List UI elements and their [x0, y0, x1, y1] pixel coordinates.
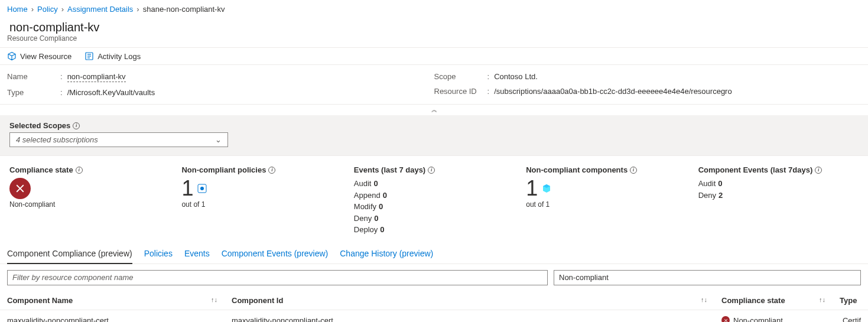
collapse-toggle[interactable]: ︽	[0, 105, 868, 115]
tab-component-compliance[interactable]: Component Compliance (preview)	[7, 244, 132, 264]
event-deny-val: 0	[374, 213, 378, 225]
view-resource-button[interactable]: View Resource	[7, 51, 71, 61]
page-title: non-compliant-kv	[7, 21, 861, 34]
stat-policies-title: Non-compliant policies	[181, 165, 266, 174]
event-modify-label: Modify	[354, 201, 376, 213]
chevron-down-icon: ⌄	[215, 135, 222, 144]
stat-components-title: Non-compliant components	[526, 165, 628, 174]
log-icon	[84, 51, 94, 61]
stat-comp-events: Component Events (last 7days) Audit 0 De…	[698, 165, 859, 236]
stat-components-sub: out of 1	[526, 200, 686, 209]
event-deny-label: Deny	[354, 213, 372, 225]
scopes-dropdown[interactable]: 4 selected subscriptions ⌄	[9, 132, 228, 147]
prop-scope-label: Scope	[434, 72, 487, 81]
event-deploy-label: Deploy	[354, 224, 378, 236]
stat-compevents-title: Component Events (last 7days)	[698, 165, 813, 174]
info-icon[interactable]	[630, 167, 637, 174]
event-deploy-val: 0	[380, 224, 384, 236]
event-audit-val: 0	[373, 178, 378, 190]
compevent-deny-val: 2	[719, 190, 723, 201]
stat-compliance-value: Non-compliant	[9, 200, 170, 209]
scopes-dropdown-value: 4 selected subscriptions	[16, 135, 98, 144]
breadcrumb-current: shane-non-compliant-kv	[143, 5, 225, 14]
stat-policies-sub: out of 1	[181, 200, 342, 209]
tab-policies[interactable]: Policies	[144, 244, 173, 264]
filter-state-value: Non-compliant	[559, 273, 609, 282]
breadcrumb-home[interactable]: Home	[7, 5, 28, 14]
activity-logs-label: Activity Logs	[97, 52, 141, 61]
prop-name: Name : non-compliant-kv	[7, 72, 434, 82]
info-icon[interactable]	[428, 167, 435, 174]
compevent-audit-label: Audit	[698, 178, 716, 190]
tab-change-history[interactable]: Change History (preview)	[340, 244, 433, 264]
chevron-up-icon: ︽	[431, 106, 437, 113]
prop-scope: Scope : Contoso Ltd.	[434, 72, 862, 81]
components-table: Component Name↑↓ Component Id↑↓ Complian…	[0, 291, 868, 323]
event-audit-label: Audit	[354, 178, 372, 190]
prop-resource-id: Resource ID : /subscriptions/aaaa0a0a-bb…	[434, 87, 862, 96]
sort-icon: ↑↓	[211, 296, 217, 303]
col-name[interactable]: Component Name↑↓	[0, 291, 225, 310]
event-append-label: Append	[354, 190, 381, 201]
filter-state-select[interactable]: Non-compliant	[554, 270, 861, 285]
prop-name-value[interactable]: non-compliant-kv	[67, 72, 126, 82]
properties-panel: Name : non-compliant-kv Type : /Microsof…	[0, 65, 868, 105]
cell-name: maxvalidity-noncompliant-cert	[0, 310, 225, 322]
selected-scopes-section: Selected Scopes 4 selected subscriptions…	[0, 115, 868, 156]
event-append-val: 0	[383, 190, 387, 201]
compevent-audit-val: 0	[718, 178, 722, 190]
prop-resid-label: Resource ID	[434, 87, 487, 96]
policy-icon	[197, 183, 207, 194]
prop-resid-value: /subscriptions/aaaa0a0a-bb1b-cc2c-dd3d-e…	[494, 87, 732, 96]
info-icon[interactable]	[268, 167, 275, 174]
col-type[interactable]: Type	[833, 291, 868, 310]
stat-components-big: 1	[526, 178, 538, 199]
svg-point-5	[200, 187, 204, 190]
chevron-right-icon: ›	[31, 5, 34, 14]
sort-icon: ↑↓	[819, 296, 825, 303]
activity-logs-button[interactable]: Activity Logs	[84, 51, 141, 61]
stat-components: Non-compliant components 1 out of 1	[526, 165, 686, 236]
tab-component-events[interactable]: Component Events (preview)	[222, 244, 329, 264]
prop-type-value: /Microsoft.KeyVault/vaults	[67, 88, 155, 97]
tab-events[interactable]: Events	[184, 244, 210, 264]
breadcrumb: Home › Policy › Assignment Details › sha…	[0, 0, 868, 18]
stat-policies: Non-compliant policies 1 out of 1	[181, 165, 342, 236]
col-id[interactable]: Component Id↑↓	[225, 291, 714, 310]
stat-policies-big: 1	[181, 178, 193, 199]
stat-events: Events (last 7 days) Audit 0 Append 0 Mo…	[354, 165, 514, 236]
tabs: Component Compliance (preview) Policies …	[0, 242, 868, 264]
compevent-deny-label: Deny	[698, 190, 716, 201]
stat-events-title: Events (last 7 days)	[354, 165, 425, 174]
error-icon	[9, 178, 31, 199]
event-modify-val: 0	[379, 201, 383, 213]
cell-id: maxvalidity-noncompliant-cert	[225, 310, 714, 322]
cube-icon	[7, 51, 17, 61]
sort-icon: ↑↓	[701, 296, 707, 303]
selected-scopes-label: Selected Scopes	[9, 121, 859, 130]
col-state[interactable]: Compliance state↑↓	[714, 291, 833, 310]
info-icon[interactable]	[815, 167, 822, 174]
page-header: non-compliant-kv Resource Compliance	[0, 18, 868, 47]
error-icon	[721, 316, 730, 322]
filters-row: Non-compliant	[0, 264, 868, 291]
info-icon[interactable]	[73, 122, 80, 129]
cell-type: Certif	[833, 310, 868, 322]
info-icon[interactable]	[76, 167, 83, 174]
prop-name-label: Name	[7, 72, 60, 81]
prop-type: Type : /Microsoft.KeyVault/vaults	[7, 88, 434, 97]
page-subtitle: Resource Compliance	[7, 34, 861, 43]
stat-compliance: Compliance state Non-compliant	[9, 165, 170, 236]
breadcrumb-policy[interactable]: Policy	[37, 5, 58, 14]
chevron-right-icon: ›	[61, 5, 64, 14]
toolbar: View Resource Activity Logs	[0, 47, 868, 65]
stats-row: Compliance state Non-compliant Non-compl…	[0, 156, 868, 242]
table-row[interactable]: maxvalidity-noncompliant-cert maxvalidit…	[0, 310, 868, 322]
chevron-right-icon: ›	[136, 5, 139, 14]
breadcrumb-assignment-details[interactable]: Assignment Details	[67, 5, 133, 14]
prop-type-label: Type	[7, 88, 60, 97]
filter-name-input[interactable]	[7, 270, 548, 285]
cell-state: Non-compliant	[714, 310, 833, 322]
stat-compliance-title: Compliance state	[9, 165, 73, 174]
view-resource-label: View Resource	[20, 52, 71, 61]
